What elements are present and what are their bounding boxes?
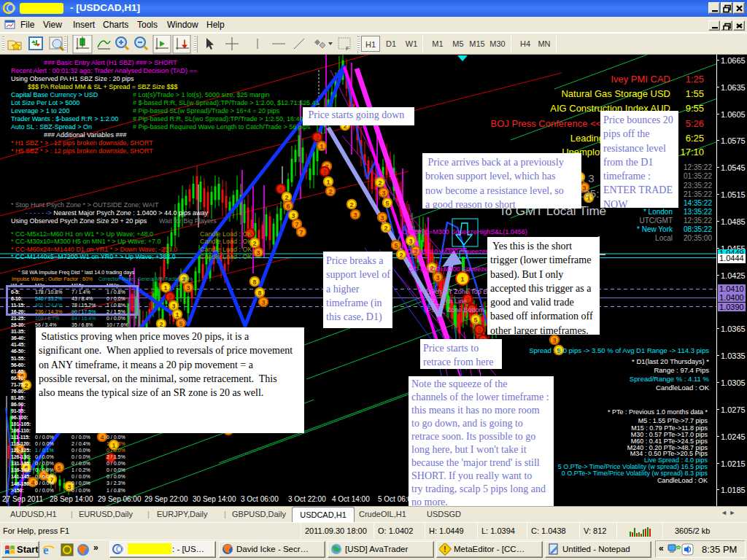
svg-text:e: e [43, 543, 49, 557]
svg-text:!: ! [444, 545, 446, 553]
svg-text:F: F [346, 45, 349, 52]
